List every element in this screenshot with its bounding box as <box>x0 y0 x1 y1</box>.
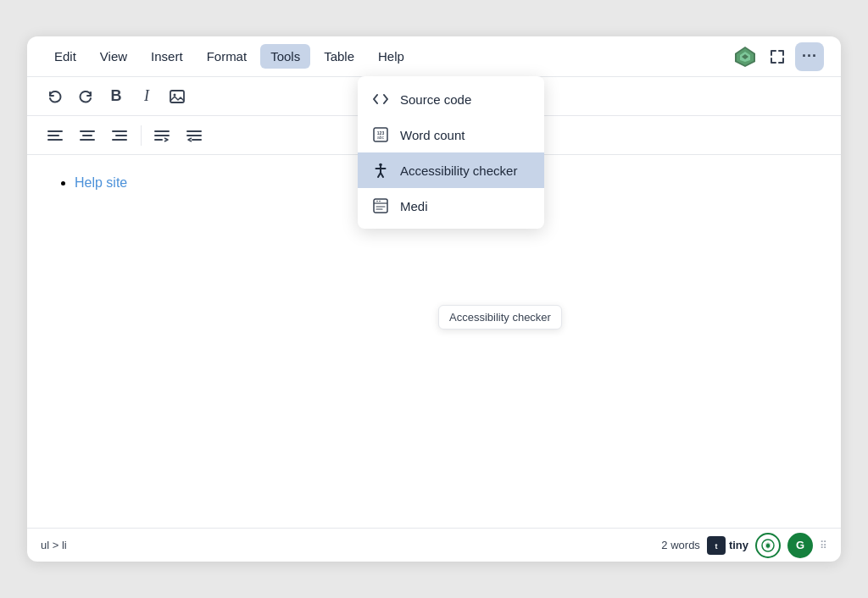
status-right: 2 words t tiny G ⠿ <box>661 533 827 558</box>
status-bar: ul > li 2 words t tiny <box>27 528 841 562</box>
ltr-button[interactable] <box>148 121 177 150</box>
more-button[interactable]: ··· <box>795 42 824 71</box>
expand-button[interactable] <box>763 42 792 71</box>
svg-line-7 <box>381 173 383 177</box>
rtl-button[interactable] <box>181 121 209 150</box>
image-button[interactable] <box>163 82 192 111</box>
bold-icon: B <box>111 87 122 105</box>
align-center-button[interactable] <box>73 121 102 150</box>
grammarly-button-1[interactable] <box>755 533 781 558</box>
svg-text:t: t <box>715 542 717 551</box>
grammarly-button-2[interactable]: G <box>787 533 813 558</box>
italic-button[interactable]: I <box>132 82 161 111</box>
menu-insert[interactable]: Insert <box>141 44 193 69</box>
menu-format[interactable]: Format <box>197 44 258 69</box>
svg-point-19 <box>174 93 176 96</box>
svg-rect-18 <box>170 91 184 102</box>
dropdown-source-code[interactable]: Source code <box>358 81 544 117</box>
accessibility-checker-tooltip: Accessibility checker <box>438 305 562 329</box>
bold-button[interactable]: B <box>102 82 131 111</box>
help-site-link[interactable]: Help site <box>75 175 127 190</box>
tiny-label: tiny <box>729 539 748 551</box>
dropdown-media[interactable]: Medi <box>358 188 544 224</box>
dropdown-word-count[interactable]: 123 abc Word count <box>358 117 544 152</box>
more-dots-label: ··· <box>802 47 817 65</box>
svg-rect-8 <box>374 199 387 213</box>
media-label: Medi <box>400 199 428 213</box>
grammarly-g-label: G <box>796 539 804 551</box>
green-diamond-icon[interactable] <box>731 42 760 71</box>
svg-text:abc: abc <box>377 135 385 140</box>
word-count-label: Word count <box>400 128 465 142</box>
media-icon <box>371 197 390 215</box>
toolbar-separator-1 <box>141 125 142 146</box>
redo-button[interactable] <box>71 82 100 111</box>
align-right-button[interactable] <box>105 121 134 150</box>
tools-dropdown: Source code 123 abc Word count <box>358 76 544 229</box>
menu-view[interactable]: View <box>90 44 137 69</box>
menu-bar: Edit View Insert Format Tools Table Help… <box>27 36 841 77</box>
menu-edit[interactable]: Edit <box>44 44 86 69</box>
word-count-status: 2 words <box>661 539 700 551</box>
menu-tools[interactable]: Tools <box>260 44 310 69</box>
svg-point-10 <box>376 201 378 202</box>
accessibility-checker-label: Accessibility checker <box>400 163 517 178</box>
toolbar-right: ··· <box>731 42 824 71</box>
source-code-label: Source code <box>400 92 471 107</box>
resize-handle[interactable]: ⠿ <box>820 540 827 551</box>
undo-button[interactable] <box>41 82 70 111</box>
italic-icon: I <box>144 87 149 105</box>
word-count-icon: 123 abc <box>371 125 390 144</box>
dropdown-accessibility-checker[interactable]: Accessibility checker <box>358 152 544 188</box>
accessibility-icon <box>371 161 390 180</box>
editor-wrapper: Edit View Insert Format Tools Table Help… <box>27 36 841 562</box>
tiny-logo-icon: t <box>707 536 726 555</box>
menu-table[interactable]: Table <box>314 44 364 69</box>
source-code-icon <box>371 90 390 108</box>
breadcrumb: ul > li <box>41 539 67 551</box>
svg-point-11 <box>379 201 381 202</box>
tiny-logo: t tiny <box>707 536 748 555</box>
menu-help[interactable]: Help <box>368 44 415 69</box>
align-left-button[interactable] <box>41 121 70 150</box>
